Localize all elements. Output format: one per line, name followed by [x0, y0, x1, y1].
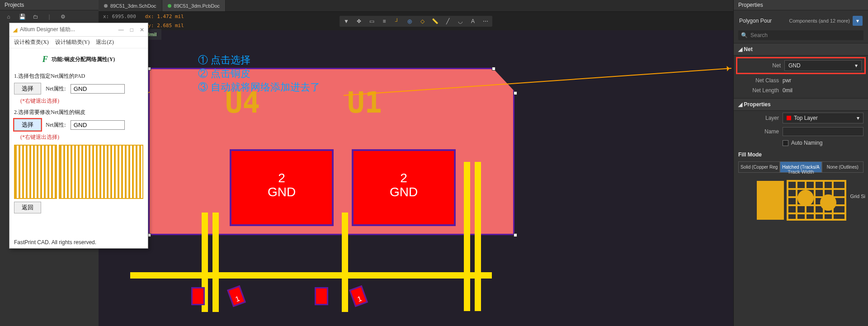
netattr-label: Net属性: [46, 85, 66, 93]
section-net[interactable]: ◢ Net [734, 43, 868, 56]
home-icon[interactable]: ⌂ [5, 13, 13, 20]
illustration-left-icon [14, 145, 57, 199]
fillmode-illustration: Track Width Grid Si [738, 175, 863, 225]
note-1: (*右键退出选择) [20, 97, 143, 105]
coord-dx: dx: 1.472 mil [145, 14, 184, 19]
selection-handle[interactable] [514, 91, 517, 95]
netlength-label: Net Length [738, 87, 779, 94]
pad-small[interactable] [191, 287, 205, 305]
tab-schdoc[interactable]: 89C51_3dm.SchDoc [99, 0, 162, 11]
dialog-titlebar[interactable]: ◢ Altium Designer 辅助... — □ ✕ [9, 23, 148, 37]
track[interactable] [212, 213, 219, 312]
pad-u1-2[interactable]: 2GND [352, 149, 456, 226]
track[interactable] [130, 272, 492, 279]
arc-icon[interactable]: ◡ [456, 17, 464, 25]
track[interactable] [464, 162, 470, 311]
menu-design-assist[interactable]: 设计辅助类(Y) [55, 38, 90, 46]
pad-u4-2[interactable]: 2GND [230, 149, 334, 226]
projects-panel-title: Projects [0, 0, 99, 10]
helper-dialog: ◢ Altium Designer 辅助... — □ ✕ 设计检查类(X) 设… [9, 23, 148, 249]
route-icon[interactable]: ┘ [393, 17, 401, 25]
menu-design-check[interactable]: 设计检查类(X) [14, 38, 49, 46]
dimension-icon[interactable]: 📏 [431, 17, 439, 25]
track[interactable] [475, 162, 481, 311]
document-tabs: 89C51_3dm.SchDoc 89C51_3dm.PcbDoc [99, 0, 733, 12]
coord-dy: dy: 2.685 mil [145, 23, 184, 28]
name-input[interactable] [783, 127, 863, 136]
netclass-label: Net Class [738, 77, 779, 84]
fillmode-solid[interactable]: Solid (Copper Reg [738, 161, 780, 173]
select-rect-icon[interactable]: ▭ [368, 17, 376, 25]
canvas-toolbar: ▼ ✥ ▭ ≡ ┘ ◎ ◇ 📏 ╱ ◡ A ⋯ [339, 15, 493, 27]
filter-selection-icon[interactable]: ▼ [342, 17, 350, 25]
properties-panel-title: Properties [734, 0, 868, 10]
dialog-illustration [14, 145, 143, 199]
illustration-right-icon [59, 145, 143, 199]
layer-color-swatch [787, 116, 791, 120]
selection-handle[interactable] [514, 233, 517, 237]
line-icon[interactable]: ╱ [443, 17, 452, 25]
tab-pcbdoc[interactable]: 89C51_3dm.PcbDoc [162, 0, 226, 11]
designator-u1: U1 [347, 86, 382, 119]
pad-small[interactable] [315, 287, 328, 305]
search-input[interactable]: 🔍 Search [738, 30, 863, 40]
move-icon[interactable]: ✥ [355, 17, 363, 25]
app-logo-icon: ◢ [13, 27, 17, 33]
object-type: Polygon Pour [739, 18, 772, 24]
pad-small[interactable]: 1 [349, 285, 368, 307]
fastprint-logo-icon: F [42, 55, 48, 64]
tab-label: 89C51_3dm.PcbDoc [174, 3, 220, 9]
projects-toolbar: ⌂ 💾 🗀 | ⚙ [0, 10, 99, 23]
separator: | [45, 13, 53, 20]
track[interactable] [342, 213, 348, 312]
settings-gear-icon[interactable]: ⚙ [59, 13, 67, 20]
minimize-icon[interactable]: — [118, 27, 124, 33]
svg-point-11 [798, 191, 813, 205]
back-button[interactable]: 返回 [14, 202, 41, 213]
folder-icon[interactable]: 🗀 [32, 13, 40, 20]
net-dropdown[interactable]: GND▾ [784, 60, 862, 71]
more-icon[interactable]: ⋯ [481, 17, 490, 25]
search-icon: 🔍 [741, 32, 748, 38]
annot-line-2: ② 点击铜皮 [198, 67, 250, 80]
polygon-icon[interactable]: ◇ [418, 17, 426, 25]
close-icon[interactable]: ✕ [140, 27, 144, 33]
text-icon[interactable]: A [469, 17, 477, 25]
status-dot-icon [104, 4, 108, 8]
select-copper-button[interactable]: 选择 [14, 119, 41, 131]
netlength-value: 0mil [783, 87, 863, 94]
filter-summary[interactable]: Components (and 12 more) [789, 18, 850, 24]
note-2: (*右键退出选择) [20, 133, 143, 141]
via-icon[interactable]: ◎ [406, 17, 414, 25]
layer-label: Layer [738, 115, 779, 121]
dialog-menubar: 设计检查类(X) 设计辅助类(Y) 退出(Z) [9, 37, 148, 48]
step-1-label: 1.选择包含指定Net属性的PAD [14, 72, 143, 80]
fillmode-label: Fill Mode [734, 148, 868, 159]
select-pad-button[interactable]: 选择 [14, 83, 41, 94]
netclass-value: pwr [783, 77, 863, 84]
section-properties[interactable]: ◢ Properties [734, 98, 868, 111]
netattr-pad-input[interactable] [71, 84, 125, 94]
dialog-function-title: 功能:铜皮分配网络属性(Y) [52, 56, 115, 63]
dialog-title: Altium Designer 辅助... [20, 26, 75, 33]
selection-handle[interactable] [492, 67, 495, 71]
properties-panel: Properties Polygon Pour Components (and … [733, 0, 868, 326]
pad-small[interactable]: 1 [227, 285, 246, 307]
save-icon[interactable]: 💾 [18, 13, 26, 20]
status-dot-icon [168, 4, 171, 8]
main-editor: 89C51_3dm.SchDoc 89C51_3dm.PcbDoc x: 699… [99, 0, 733, 326]
svg-rect-0 [757, 181, 784, 220]
netattr-copper-input[interactable] [71, 120, 125, 130]
autonaming-checkbox[interactable]: Auto Naming [783, 140, 822, 146]
pad-label: 2GND [231, 171, 332, 199]
menu-exit[interactable]: 退出(Z) [96, 38, 113, 46]
layer-dropdown[interactable]: Top Layer ▾ [783, 113, 863, 123]
filter-icon[interactable]: ▾ [853, 16, 863, 26]
maximize-icon[interactable]: □ [130, 27, 133, 33]
fillmode-none[interactable]: None (Outlines) [822, 161, 863, 173]
search-placeholder: Search [750, 32, 768, 38]
align-icon[interactable]: ≡ [380, 17, 388, 25]
pcb-canvas[interactable]: U4 U1 2GND 2GND 1 1 ① 点击选择 ② 点击铜皮 ③ 自动就将… [99, 41, 733, 326]
svg-point-12 [821, 195, 835, 210]
checkbox-icon [783, 140, 788, 146]
